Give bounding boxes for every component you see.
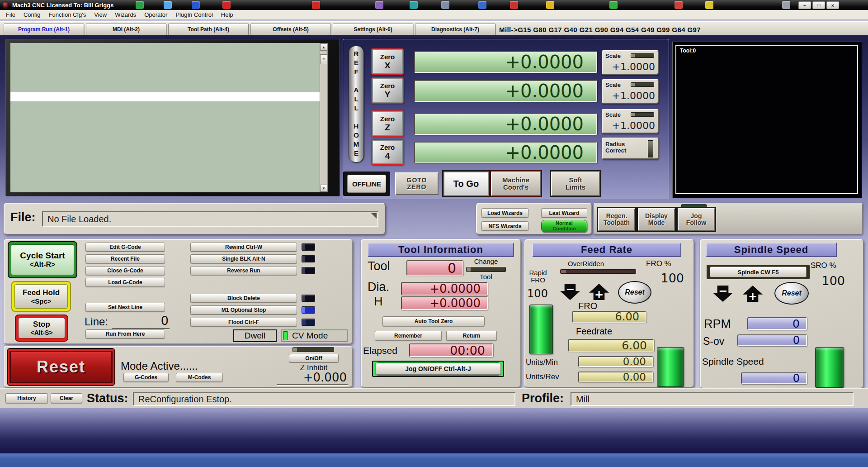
axis4-dro[interactable]: +0.0000 <box>414 142 597 163</box>
menu-plugin-control[interactable]: PlugIn Control <box>171 10 217 19</box>
regen-toolpath-button[interactable]: Regen. Toolpath <box>598 208 635 231</box>
m-codes-button[interactable]: M-Codes <box>176 373 223 382</box>
desktop-icon[interactable] <box>222 1 231 9</box>
soft-limits-button[interactable]: Soft Limits <box>551 172 600 196</box>
z-inhibit-onoff-button[interactable]: On/Off <box>289 354 339 362</box>
x-axis-dro[interactable]: +0.0000 <box>414 51 597 73</box>
desktop-icon[interactable] <box>410 1 418 9</box>
recent-file-button[interactable]: Recent File <box>85 254 165 263</box>
fro-reset-button[interactable]: Reset <box>618 281 651 304</box>
set-next-line-button[interactable]: Set Next Line <box>85 303 165 312</box>
spindle-minus-button[interactable]: − <box>713 286 733 302</box>
reset-button[interactable]: Reset <box>8 349 114 385</box>
scale-z-dro[interactable]: +1.0000 <box>606 120 655 131</box>
desktop-icon[interactable] <box>375 1 383 9</box>
scrollbar-up-icon[interactable]: ▲ <box>320 43 327 51</box>
remember-button[interactable]: Remember <box>375 331 442 341</box>
load-gcode-button[interactable]: Load G-Code <box>85 278 165 287</box>
gcode-scrollbar[interactable]: ▲ ≡ ▼ <box>320 43 328 192</box>
menu-config[interactable]: Config <box>19 10 45 19</box>
tool-number-dro[interactable]: 0 <box>406 260 463 276</box>
gcode-list[interactable] <box>10 43 320 192</box>
h-dro[interactable]: +0.0000 <box>401 296 488 310</box>
g-codes-button[interactable]: G-Codes <box>123 373 169 382</box>
to-go-button[interactable]: To Go <box>443 172 489 196</box>
return-button[interactable]: Return <box>446 331 497 341</box>
minimize-button[interactable]: – <box>798 1 811 9</box>
file-field[interactable]: No File Loaded. <box>42 211 378 227</box>
reverse-run-button[interactable]: Reverse Run <box>190 266 297 275</box>
last-wizard-button[interactable]: Last Wizard <box>541 208 587 218</box>
spindle-plus-button[interactable]: + <box>743 286 763 302</box>
scrollbar-down-icon[interactable]: ▼ <box>320 185 327 192</box>
block-delete-button[interactable]: Block Delete <box>190 294 297 303</box>
desktop-icon[interactable] <box>136 1 144 9</box>
spindle-cw-button[interactable]: Spindle CW F5 <box>710 267 807 277</box>
desktop-icon[interactable] <box>782 1 790 9</box>
nfs-wizards-button[interactable]: NFS Wizards <box>481 221 528 231</box>
tab-program-run[interactable]: Program Run (Alt-1) <box>4 24 84 35</box>
single-blk-button[interactable]: Single BLK Alt-N <box>190 254 297 263</box>
zero-y-button[interactable]: Zero Y <box>371 77 404 104</box>
machine-coords-button[interactable]: Machine Coord's <box>491 172 541 196</box>
jog-onoff-button[interactable]: Jog ON/OFF Ctrl-Alt-J <box>375 363 501 375</box>
menu-wizards[interactable]: Wizards <box>111 10 140 19</box>
line-number-dro[interactable]: 0 <box>140 314 169 328</box>
menu-view[interactable]: View <box>90 10 111 19</box>
load-wizards-button[interactable]: Load Wizards <box>481 208 528 218</box>
zero-x-button[interactable]: Zero X <box>371 48 404 75</box>
toolpath-display[interactable]: Tool:0 <box>672 42 862 198</box>
ref-all-home-button[interactable]: REF ALL HOME <box>349 46 364 162</box>
sro-reset-button[interactable]: Reset <box>774 282 809 305</box>
desktop-icon[interactable] <box>609 1 618 9</box>
dia-dro[interactable]: +0.0000 <box>401 282 488 295</box>
m1-optional-stop-button[interactable]: M1 Optional Stop <box>190 305 297 315</box>
flood-button[interactable]: Flood Ctrl-F <box>190 318 297 327</box>
scale-y-dro[interactable]: +1.0000 <box>606 90 655 101</box>
z-axis-dro[interactable]: +0.0000 <box>414 113 597 135</box>
desktop-icon[interactable] <box>705 1 713 9</box>
cycle-start-button[interactable]: Cycle Start <Alt-R> <box>8 241 77 278</box>
desktop-icon[interactable] <box>441 1 449 9</box>
desktop-icon[interactable] <box>164 1 172 9</box>
menu-operator[interactable]: Operator <box>140 10 171 19</box>
auto-tool-zero-button[interactable]: Auto Tool Zero <box>382 316 485 326</box>
history-button[interactable]: History <box>5 393 48 403</box>
radius-correct-button[interactable]: Radius Correct <box>602 138 659 159</box>
zero-z-button[interactable]: Zero Z <box>371 110 404 137</box>
stop-button[interactable]: Stop <Alt-S> <box>15 315 68 342</box>
desktop-icon[interactable] <box>478 1 486 9</box>
desktop-icon[interactable] <box>312 1 320 9</box>
menu-file[interactable]: File <box>2 10 19 19</box>
maximize-button[interactable]: □ <box>812 1 825 9</box>
goto-zero-button[interactable]: GOTO ZERO <box>395 172 439 195</box>
scrollbar-thumb[interactable]: ≡ <box>320 54 327 64</box>
zero-4-button[interactable]: Zero 4 <box>371 139 404 165</box>
menu-function-cfgs[interactable]: Function Cfg's <box>45 10 90 19</box>
feedrate-dro[interactable]: 6.00 <box>568 339 654 352</box>
fro-dro[interactable]: 6.00 <box>572 311 646 323</box>
close-gcode-button[interactable]: Close G-Code <box>85 266 165 275</box>
tab-mdi[interactable]: MDI (Alt-2) <box>86 24 166 35</box>
desktop-icon[interactable] <box>675 1 683 9</box>
edit-gcode-button[interactable]: Edit G-Code <box>85 243 165 252</box>
feed-plus-button[interactable]: + <box>589 284 609 300</box>
run-from-here-button[interactable]: Run From Here <box>85 329 165 338</box>
scale-x-dro[interactable]: +1.0000 <box>606 61 655 72</box>
clear-button[interactable]: Clear <box>51 393 82 403</box>
tab-settings[interactable]: Settings (Alt-6) <box>333 24 413 35</box>
tab-tool-path[interactable]: Tool Path (Alt-4) <box>168 24 249 35</box>
display-mode-button[interactable]: Display Mode <box>638 208 675 231</box>
y-axis-dro[interactable]: +0.0000 <box>414 80 597 102</box>
desktop-icon[interactable] <box>510 1 518 9</box>
feed-minus-button[interactable]: − <box>560 284 580 300</box>
tab-offsets[interactable]: Offsets (Alt-5) <box>250 24 331 35</box>
cv-mode-button[interactable]: CV Mode <box>281 329 348 342</box>
jog-follow-button[interactable]: Jog Follow <box>678 208 715 231</box>
tab-diagnostics[interactable]: Diagnostics (Alt-7) <box>415 24 495 35</box>
z-inhibit-dro[interactable]: +0.000 <box>280 371 347 384</box>
close-button[interactable]: × <box>826 1 839 9</box>
menu-help[interactable]: Help <box>217 10 237 19</box>
spindle-speed-dro[interactable]: 0 <box>741 372 807 384</box>
offline-button[interactable]: OFFLINE <box>347 175 386 193</box>
